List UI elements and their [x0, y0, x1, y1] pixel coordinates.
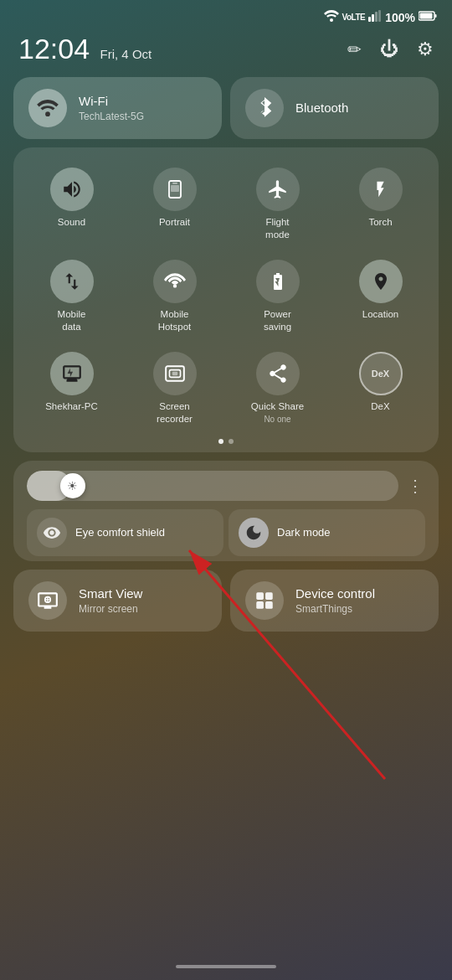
brightness-slider[interactable]: ☀ — [27, 471, 398, 501]
bluetooth-tile-icon — [245, 89, 284, 127]
wifi-tile[interactable]: Wi-Fi TechLatest-5G — [13, 77, 222, 139]
mobile-data-tile[interactable]: Mobiledata — [22, 251, 121, 340]
screen-recorder-icon — [153, 352, 197, 395]
dex-label: DeX — [371, 400, 389, 413]
comfort-row: Eye comfort shield Dark mode — [27, 509, 425, 556]
torch-tile[interactable]: Torch — [331, 159, 430, 248]
status-icons: VoLTE 100% — [324, 10, 438, 24]
brightness-thumb: ☀ — [60, 473, 85, 498]
edit-icon[interactable]: ✏ — [347, 39, 362, 59]
portrait-tile[interactable]: Portrait — [125, 159, 224, 248]
settings-icon[interactable]: ⚙ — [417, 39, 434, 60]
sound-label: Sound — [58, 216, 85, 229]
svg-rect-10 — [172, 183, 177, 184]
portrait-label: Portrait — [159, 216, 190, 229]
eye-comfort-label: Eye comfort shield — [75, 526, 165, 539]
location-label: Location — [362, 308, 398, 321]
location-tile[interactable]: Location — [331, 251, 430, 340]
device-control-tile[interactable]: Device control SmartThings — [230, 570, 439, 632]
flight-mode-icon — [256, 168, 300, 211]
tiles-wrapper: Wi-Fi TechLatest-5G Bluetooth — [0, 77, 452, 632]
top-tiles: Wi-Fi TechLatest-5G Bluetooth — [13, 77, 439, 139]
volte-icon: VoLTE — [342, 13, 366, 22]
bluetooth-tile-text: Bluetooth — [295, 101, 348, 116]
sound-icon — [50, 168, 94, 211]
screen-recorder-label: Screenrecorder — [157, 400, 193, 426]
brightness-menu-icon[interactable]: ⋮ — [407, 476, 425, 496]
shekhar-pc-tile[interactable]: Shekhar-PC — [22, 343, 121, 432]
flight-mode-tile[interactable]: Flightmode — [228, 159, 327, 248]
bluetooth-tile[interactable]: Bluetooth — [230, 77, 439, 139]
device-control-sublabel: SmartThings — [295, 603, 375, 615]
brightness-panel: ☀ ⋮ Eye comfort shield Da — [13, 461, 439, 561]
device-control-icon — [245, 581, 284, 620]
wifi-network-name: TechLatest-5G — [79, 111, 144, 122]
dex-icon: DeX — [359, 352, 403, 395]
time-display: 12:04 — [18, 33, 90, 64]
eye-comfort-icon — [37, 518, 67, 548]
mobile-data-icon — [50, 260, 94, 303]
quick-share-tile[interactable]: Quick ShareNo one — [228, 343, 327, 432]
svg-rect-18 — [256, 601, 264, 609]
svg-rect-1 — [368, 17, 371, 22]
signal-icon — [368, 10, 382, 24]
mobile-data-label: Mobiledata — [58, 308, 86, 333]
power-icon[interactable]: ⏻ — [380, 39, 398, 60]
battery-icon — [419, 11, 437, 23]
brightness-thumb-icon: ☀ — [67, 479, 78, 493]
wifi-status-icon — [324, 10, 339, 24]
flight-mode-label: Flightmode — [265, 216, 290, 241]
dark-mode-label: Dark mode — [277, 526, 331, 539]
dot-2 — [229, 439, 234, 444]
dark-mode-tile[interactable]: Dark mode — [229, 509, 425, 556]
shekhar-pc-icon — [50, 352, 94, 395]
svg-rect-2 — [372, 14, 374, 22]
dark-mode-icon — [239, 518, 269, 548]
svg-rect-7 — [435, 14, 437, 18]
power-saving-label: Powersaving — [264, 308, 291, 333]
header-controls: ✏ ⏻ ⚙ — [347, 39, 434, 60]
date-display: Fri, 4 Oct — [100, 47, 152, 61]
wifi-label: Wi-Fi — [79, 94, 144, 109]
device-control-label: Device control — [295, 586, 375, 601]
svg-rect-16 — [256, 592, 264, 600]
svg-point-8 — [45, 111, 50, 116]
svg-rect-6 — [420, 13, 433, 19]
device-control-text: Device control SmartThings — [295, 586, 375, 615]
quick-share-label: Quick ShareNo one — [251, 400, 304, 426]
mobile-hotspot-icon — [153, 260, 197, 303]
smart-view-tile[interactable]: Smart View Mirror screen — [13, 570, 222, 632]
home-bar — [176, 965, 276, 968]
status-bar: VoLTE 100% — [0, 0, 452, 28]
eye-comfort-tile[interactable]: Eye comfort shield — [27, 509, 223, 556]
portrait-icon — [153, 168, 197, 211]
power-saving-tile[interactable]: Powersaving — [228, 251, 327, 340]
bluetooth-label: Bluetooth — [295, 101, 348, 116]
svg-point-0 — [330, 18, 333, 22]
smart-view-text: Smart View Mirror screen — [79, 586, 142, 615]
svg-rect-19 — [265, 601, 273, 609]
power-saving-icon — [256, 260, 300, 303]
mobile-hotspot-tile[interactable]: MobileHotspot — [125, 251, 224, 340]
torch-label: Torch — [368, 216, 392, 229]
svg-rect-3 — [375, 12, 378, 22]
svg-rect-14 — [172, 372, 177, 375]
sound-tile[interactable]: Sound — [22, 159, 121, 248]
battery-percentage: 100% — [385, 11, 415, 24]
grid-tiles: Sound Portrait — [22, 159, 430, 432]
svg-rect-4 — [378, 10, 381, 22]
smart-view-icon — [28, 581, 67, 620]
brightness-row: ☀ ⋮ — [27, 471, 425, 501]
page-dots — [22, 439, 430, 444]
bottom-tiles: Smart View Mirror screen Device control … — [13, 570, 439, 632]
quick-share-icon — [256, 352, 300, 395]
dex-tile[interactable]: DeX DeX — [331, 343, 430, 432]
dot-1 — [218, 439, 223, 444]
shekhar-pc-label: Shekhar-PC — [45, 400, 98, 413]
screen-recorder-tile[interactable]: Screenrecorder — [125, 343, 224, 432]
svg-rect-17 — [265, 592, 273, 600]
smart-view-sublabel: Mirror screen — [79, 603, 142, 615]
torch-icon — [359, 168, 403, 211]
mobile-hotspot-label: MobileHotspot — [158, 308, 192, 333]
wifi-tile-text: Wi-Fi TechLatest-5G — [79, 94, 144, 122]
